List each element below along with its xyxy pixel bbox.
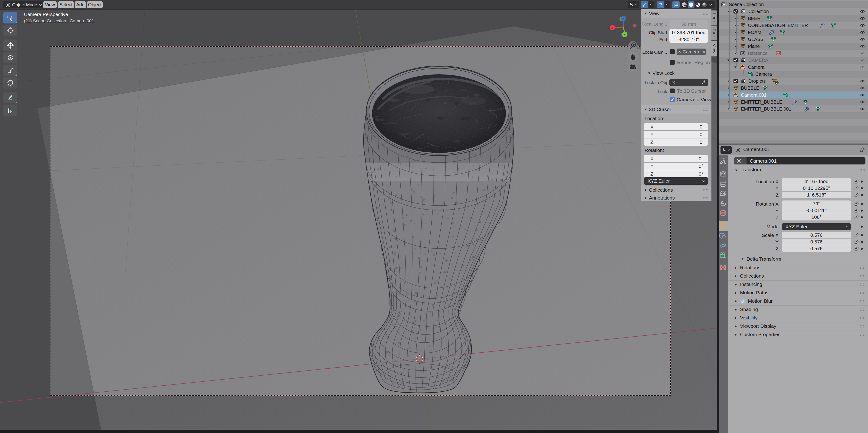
svg-text:X: X [611,26,614,30]
svg-text:Z: Z [622,17,624,21]
